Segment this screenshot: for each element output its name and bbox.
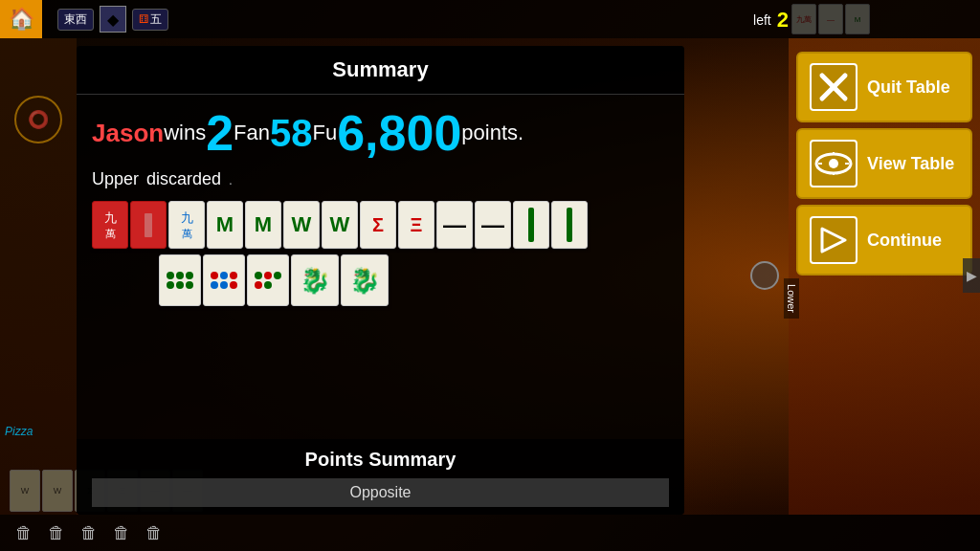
tile-red-1: 九萬 — [92, 201, 128, 249]
points-summary-title: Points Summary — [92, 449, 669, 471]
win-text-1: wins — [164, 121, 206, 145]
svg-point-3 — [829, 159, 838, 168]
trash-icon-5[interactable]: 🗑 — [145, 523, 163, 543]
win-points-label: points. — [461, 121, 523, 145]
tile-dash-1: — — [436, 201, 473, 249]
tile-row-1: 九萬 九萬 M M W W — [92, 201, 669, 249]
win-player-name: Jason — [92, 119, 164, 148]
left-count: 2 — [777, 8, 789, 33]
trash-icon-3[interactable]: 🗑 — [80, 523, 98, 543]
tile-bamboo-2: M — [245, 201, 281, 249]
top-icons-group: 東西 ◆ ⚅ 五 — [57, 6, 168, 33]
tile-dots-1 — [159, 254, 201, 306]
view-table-label: View Table — [867, 154, 954, 174]
tile-w-1: W — [283, 201, 320, 249]
win-points-number: 6,800 — [337, 108, 461, 158]
points-icon: ⚅ — [139, 12, 148, 26]
points-badge: ⚅ 五 — [132, 9, 168, 31]
view-icon-wrap — [810, 140, 858, 187]
tile-dragon-2: 🐉 — [341, 254, 389, 306]
view-table-button[interactable]: View Table — [796, 128, 972, 199]
svg-marker-8 — [822, 229, 845, 252]
win-fu-number: 58 — [270, 114, 313, 152]
win-fan-label: Fan — [234, 121, 270, 145]
eye-icon — [814, 149, 853, 178]
tile-w-2: W — [322, 201, 358, 249]
discard-label: discarded — [146, 169, 221, 189]
right-chevron-icon: ▶ — [967, 268, 977, 283]
points-text: 五 — [150, 11, 162, 28]
summary-panel: Summary Jason wins 2 Fan 58 Fu 6,800 poi… — [77, 46, 684, 515]
left-indicator: left 2 — [753, 8, 789, 33]
tile-bamboo-1: M — [207, 201, 243, 249]
left-decoration: ⭕ Pizza — [0, 38, 77, 515]
bottom-bar: 🗑 🗑 🗑 🗑 🗑 — [0, 515, 980, 551]
quit-table-button[interactable]: Quit Table — [796, 52, 972, 122]
tile-xi-1: Ξ — [398, 201, 434, 249]
circle-decoration: ⭕ — [14, 96, 62, 143]
continue-label: Continue — [867, 231, 942, 251]
home-icon: 🏠 — [9, 7, 34, 32]
continue-button[interactable]: Continue — [796, 205, 972, 276]
summary-title: Summary — [77, 46, 684, 95]
tile-dots-2 — [203, 254, 245, 306]
tile-bar-1 — [513, 201, 549, 249]
tile-row-2: 🐉 🐉 — [159, 254, 669, 306]
trash-icon-4[interactable]: 🗑 — [113, 523, 130, 543]
right-edge-arrow[interactable]: ▶ — [963, 258, 980, 293]
win-line: Jason wins 2 Fan 58 Fu 6,800 points. — [77, 95, 684, 165]
home-button[interactable]: 🏠 — [0, 0, 42, 38]
east-west-text: 東西 — [64, 11, 87, 28]
discard-period: . — [229, 172, 233, 187]
tile-dragon-1: 🐉 — [291, 254, 339, 306]
tiles-area: 九萬 九萬 M M W W — [77, 197, 684, 439]
opposite-label: Opposite — [349, 484, 411, 501]
quit-icon-wrap — [810, 63, 858, 111]
discard-line: Upper discarded . — [77, 165, 684, 197]
x-icon — [816, 70, 851, 104]
trash-icon-1[interactable]: 🗑 — [15, 523, 33, 543]
tile-normal-1: 九萬 — [168, 201, 205, 249]
tile-dash-2: — — [475, 201, 511, 249]
discard-player: Upper — [92, 169, 139, 189]
win-fu-label: Fu — [313, 121, 338, 145]
quit-table-label: Quit Table — [867, 77, 950, 98]
opposite-row: Opposite — [92, 478, 669, 507]
scroll-indicator[interactable] — [750, 261, 779, 290]
trash-icon-2[interactable]: 🗑 — [48, 523, 65, 543]
left-label: left — [753, 12, 771, 28]
tile-red-2 — [130, 201, 167, 249]
right-panel: Quit Table View Table Continue Lower — [789, 46, 980, 551]
tile-bar-2 — [551, 201, 588, 249]
continue-icon-wrap — [810, 216, 858, 264]
lower-label: Lower — [784, 278, 799, 319]
neon-text: Pizza — [5, 425, 33, 438]
tile-dots-3 — [247, 254, 289, 306]
tile-sigma-1: Σ — [360, 201, 396, 249]
points-summary-section: Points Summary Opposite — [77, 439, 684, 515]
win-fan-number: 2 — [206, 108, 234, 158]
east-west-badge: 東西 — [57, 9, 94, 31]
diamond-icon: ◆ — [100, 6, 126, 33]
top-bar: 🏠 東西 ◆ ⚅ 五 left 2 — [0, 0, 980, 38]
arrow-right-icon — [816, 223, 851, 257]
